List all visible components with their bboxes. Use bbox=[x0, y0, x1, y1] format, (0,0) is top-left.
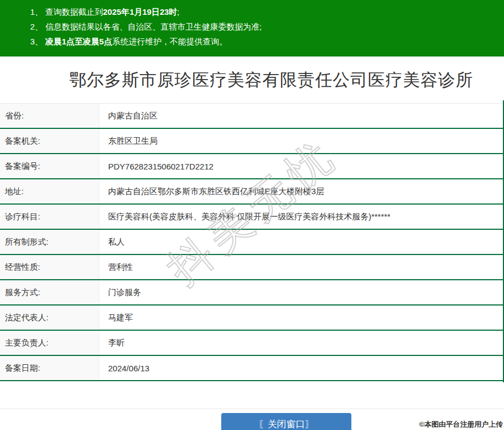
row-label: 经营性质: bbox=[0, 255, 99, 279]
notice-1-bold: 2025年1月19日23时 bbox=[103, 7, 177, 16]
row-value: 内蒙古自治区鄂尔多斯市东胜区铁西亿利城E座大楼附楼3层 bbox=[99, 179, 504, 203]
row-label: 省份: bbox=[0, 104, 99, 128]
row-label: 备案机关: bbox=[0, 129, 99, 153]
row-label: 法定代表人: bbox=[0, 305, 99, 330]
row-value: 医疗美容科(美容皮肤科、美容外科 仅限开展一级医疗美容外科技术服务)****** bbox=[99, 205, 504, 229]
table-row: 法定代表人: 马建军 bbox=[0, 305, 504, 331]
table-row: 地址: 内蒙古自治区鄂尔多斯市东胜区铁西亿利城E座大楼附楼3层 bbox=[0, 179, 504, 205]
notice-1-suffix: ; bbox=[177, 7, 180, 16]
notice-line-1: 1、 查询数据截止到2025年1月19日23时; bbox=[30, 4, 499, 19]
table-row: 诊疗科目: 医疗美容科(美容皮肤科、美容外科 仅限开展一级医疗美容外科技术服务)… bbox=[0, 205, 504, 230]
notice-1-number: 1、 bbox=[30, 7, 46, 16]
table-row: 服务方式: 门诊服务 bbox=[0, 280, 504, 305]
table-row: 所有制形式: 私人 bbox=[0, 230, 504, 255]
table-row: 省份: 内蒙古自治区 bbox=[0, 104, 504, 129]
notice-2-text: 信息数据结果以各省、自治区、直辖市卫生健康委数据为准; bbox=[46, 22, 262, 31]
institution-info-table: 省份: 内蒙古自治区 备案机关: 东胜区卫生局 备案编号: PDY7628231… bbox=[0, 103, 504, 381]
row-label: 备案日期: bbox=[0, 356, 99, 380]
row-value: PDY76282315060217D2212 bbox=[99, 154, 504, 178]
row-value: 2024/06/13 bbox=[99, 356, 504, 380]
row-value: 门诊服务 bbox=[99, 280, 504, 304]
row-value: 李昕 bbox=[99, 331, 504, 355]
row-value: 东胜区卫生局 bbox=[99, 129, 504, 153]
row-value: 私人 bbox=[99, 230, 504, 254]
table-row: 备案日期: 2024/06/13 bbox=[0, 356, 504, 381]
table-row: 备案编号: PDY76282315060217D2212 bbox=[0, 154, 504, 179]
row-label: 主要负责人: bbox=[0, 331, 99, 355]
row-value: 内蒙古自治区 bbox=[99, 104, 504, 128]
row-value: 马建军 bbox=[99, 305, 504, 330]
notice-1-text: 查询数据截止到 bbox=[46, 7, 103, 16]
table-row: 备案机关: 东胜区卫生局 bbox=[0, 129, 504, 154]
notice-line-3: 3、 凌晨1点至凌晨5点系统进行维护，不能提供查询。 bbox=[30, 34, 499, 49]
notice-bar: 1、 查询数据截止到2025年1月19日23时; 2、 信息数据结果以各省、自治… bbox=[0, 0, 504, 56]
copyright-badge: ©本图由平台注册用户上传 bbox=[419, 420, 503, 429]
query-result-page: 1、 查询数据截止到2025年1月19日23时; 2、 信息数据结果以各省、自治… bbox=[0, 0, 504, 430]
row-value: 营利性 bbox=[99, 255, 504, 279]
table-row: 主要负责人: 李昕 bbox=[0, 331, 504, 356]
page-title: 鄂尔多斯市原珍医疗美容有限责任公司医疗美容诊所 bbox=[69, 69, 473, 92]
row-label: 所有制形式: bbox=[0, 230, 99, 254]
close-window-button[interactable]: 〖关闭窗口〗 bbox=[221, 413, 351, 430]
row-label: 地址: bbox=[0, 179, 99, 203]
row-label: 备案编号: bbox=[0, 154, 99, 178]
notice-2-number: 2、 bbox=[30, 22, 46, 31]
footer-divider bbox=[0, 409, 504, 409]
notice-3-number: 3、 bbox=[30, 37, 46, 46]
title-area: 鄂尔多斯市原珍医疗美容有限责任公司医疗美容诊所 bbox=[0, 56, 504, 103]
row-label: 服务方式: bbox=[0, 280, 99, 304]
notice-line-2: 2、 信息数据结果以各省、自治区、直辖市卫生健康委数据为准; bbox=[30, 19, 499, 34]
notice-3-bold: 凌晨1点至凌晨5点 bbox=[46, 37, 113, 46]
row-label: 诊疗科目: bbox=[0, 205, 99, 229]
notice-3-suffix: 系统进行维护，不能提供查询。 bbox=[112, 37, 227, 46]
table-row: 经营性质: 营利性 bbox=[0, 255, 504, 280]
